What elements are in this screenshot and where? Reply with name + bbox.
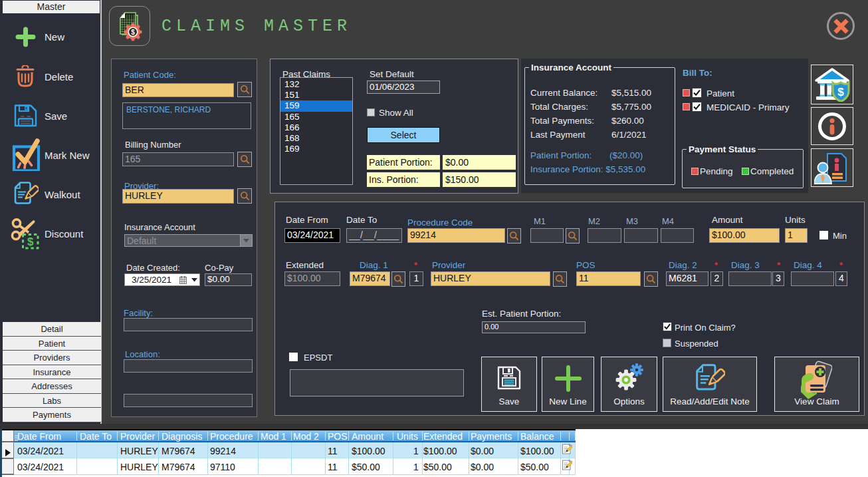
svg-text:$: $: [837, 86, 844, 98]
svg-text:$: $: [131, 29, 135, 36]
svg-text:$: $: [27, 236, 34, 248]
